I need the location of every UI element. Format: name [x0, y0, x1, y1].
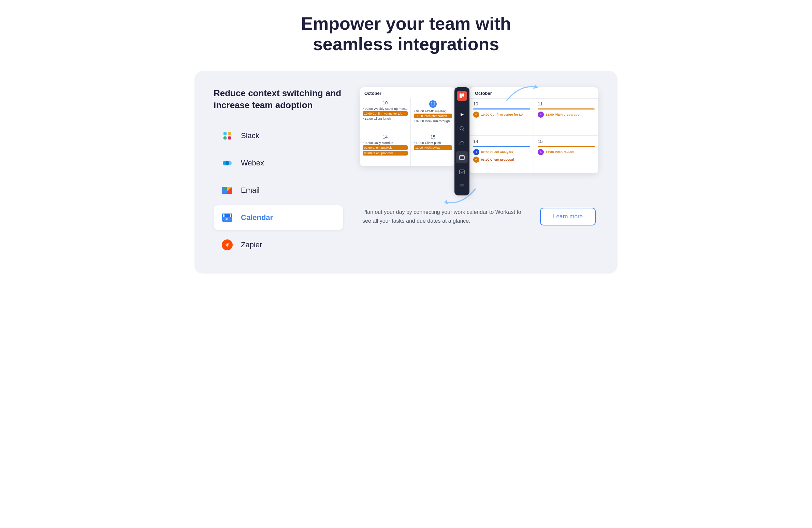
cal2-avatar: J: [473, 149, 479, 155]
cal1-event-tag: 10:00 Confirm venue for LA: [363, 111, 408, 116]
calendar-1: October 10 09:00 Weekly stand-up mee... …: [360, 87, 455, 166]
cal2-day-10: 10 W 10:00 Confirm venue for LA: [469, 98, 534, 136]
cal1-day-num-14: 14: [363, 134, 408, 140]
zapier-icon: ✳: [220, 237, 235, 252]
nav-logo: [457, 91, 467, 101]
cal2-avatar: W: [473, 112, 479, 118]
cal2-event-text: 02:00 Client analysis: [481, 150, 513, 154]
integration-webex[interactable]: Webex: [214, 151, 343, 175]
cal2-day-11: 11 A 11:00 Pitch preparation: [534, 98, 598, 136]
integration-zapier[interactable]: ✳ Zapier: [214, 233, 343, 257]
cal2-event: J 02:00 Client analysis: [473, 149, 530, 155]
integration-webex-label: Webex: [241, 159, 264, 167]
cal1-event-tag: 03:00 Client proposal: [363, 151, 408, 156]
cal2-avatar: A: [538, 149, 544, 155]
cal1-month: October: [360, 87, 455, 98]
integration-slack[interactable]: Slack: [214, 123, 343, 148]
nav-icon-calendar[interactable]: [456, 151, 468, 163]
svg-rect-3: [228, 136, 231, 140]
integration-slack-label: Slack: [241, 131, 259, 140]
email-icon: [220, 183, 235, 198]
nav-icon-home[interactable]: [456, 137, 468, 149]
cal2-grid: 10 W 10:00 Confirm venue for LA 11 A: [469, 98, 598, 173]
cal2-event: A 11:00 Pitch review: [538, 149, 595, 155]
nav-icon-check[interactable]: [456, 165, 468, 178]
bottom-section: Plan out your day by connecting your wor…: [360, 204, 598, 225]
cal1-grid: 10 09:00 Weekly stand-up mee... 10:00 Co…: [360, 98, 455, 166]
cal2-event-text: 03:00 Client proposal: [481, 158, 514, 161]
svg-rect-16: [230, 214, 231, 217]
calendar-2: October 10 W 10:00 Confirm venue for LA …: [469, 87, 598, 173]
cal1-event-tag: 11:00 Pitch preparation: [414, 114, 452, 118]
cal2-event-text: 11:00 Pitch review: [546, 150, 574, 154]
svg-text:✳: ✳: [225, 242, 229, 248]
cal1-event: 09:00 Daily standup: [363, 141, 408, 145]
cal2-day-num-15: 15: [538, 139, 595, 144]
cal2-day-num-14: 14: [473, 139, 530, 144]
calendars-wrapper: October 10 09:00 Weekly stand-up mee... …: [360, 87, 598, 195]
main-card: Reduce context switching and increase te…: [194, 71, 618, 274]
cal2-avatar: W: [473, 157, 479, 163]
svg-rect-28: [460, 170, 464, 174]
svg-point-6: [226, 161, 229, 165]
calendar-icon: 31: [220, 210, 235, 225]
cal1-day-11: 11 09:00 ACME meeting 11:00 Pitch prepar…: [411, 98, 455, 132]
left-title: Reduce context switching and increase te…: [214, 87, 343, 111]
learn-more-button[interactable]: Learn more: [540, 208, 596, 225]
integration-email[interactable]: Email: [214, 178, 343, 203]
cal1-event-tag: 02:00 Client analysis: [363, 145, 408, 150]
page-title: Empower your team with seamless integrat…: [301, 14, 511, 55]
cal2-avatar: A: [538, 112, 544, 118]
cal2-day-14: 14 J 02:00 Client analysis W 03:00 Clien…: [469, 136, 534, 173]
svg-rect-24: [460, 156, 464, 160]
cal2-event: W 10:00 Confirm venue for LA: [473, 112, 530, 118]
cal2-day-num-10: 10: [473, 101, 530, 106]
integration-calendar[interactable]: 31 Calendar: [214, 205, 343, 230]
webex-icon: [220, 156, 235, 171]
cal1-event-tag: 11:00 Pitch review: [414, 145, 452, 150]
cal1-day-num-10: 10: [363, 100, 408, 105]
cal1-event: 10:00 Client pitch: [414, 141, 452, 145]
cal2-event-text: 10:00 Confirm venue for LA: [481, 113, 523, 116]
cal2-event-text: 11:00 Pitch preparation: [546, 113, 581, 116]
svg-rect-0: [223, 132, 227, 135]
integration-calendar-label: Calendar: [241, 213, 273, 222]
right-panel: October 10 09:00 Weekly stand-up mee... …: [360, 87, 598, 225]
cal2-day-15: 15 A 11:00 Pitch review: [534, 136, 598, 173]
nav-icon-search[interactable]: [456, 122, 468, 135]
cal1-event: 09:00 ACME meeting: [414, 109, 452, 113]
cal1-day-15: 15 10:00 Client pitch 11:00 Pitch review: [411, 132, 455, 166]
bottom-description: Plan out your day by connecting your wor…: [362, 208, 526, 225]
cal2-day-num-11: 11: [538, 101, 595, 106]
cal1-event: 09:00 Weekly stand-up mee...: [363, 107, 408, 111]
nav-icon-menu[interactable]: [456, 180, 468, 192]
svg-text:31: 31: [225, 217, 229, 221]
cal1-event: 02:00 Deck run through: [414, 119, 452, 123]
svg-rect-21: [462, 93, 464, 97]
cal1-day-14: 14 09:00 Daily standup 02:00 Client anal…: [360, 132, 411, 166]
svg-line-23: [463, 130, 464, 131]
cal1-day-10: 10 09:00 Weekly stand-up mee... 10:00 Co…: [360, 98, 411, 132]
cal2-month: October: [469, 87, 598, 98]
cal2-event: W 03:00 Client proposal: [473, 157, 530, 163]
cal1-event: 12:00 Client lunch: [363, 117, 408, 120]
cal1-day-num-15: 15: [414, 134, 452, 140]
sidebar-nav: ▶: [454, 87, 469, 195]
left-panel: Reduce context switching and increase te…: [214, 87, 343, 257]
integration-email-label: Email: [241, 186, 260, 195]
nav-icon-chevron[interactable]: ▶: [456, 108, 468, 120]
svg-rect-2: [228, 132, 231, 135]
slack-icon: [220, 128, 235, 143]
svg-rect-15: [223, 214, 224, 217]
cal2-event: A 11:00 Pitch preparation: [538, 112, 595, 118]
integration-zapier-label: Zapier: [241, 240, 262, 249]
cal1-day-num-11: 11: [414, 100, 452, 108]
svg-rect-20: [460, 93, 462, 98]
svg-rect-1: [223, 136, 227, 140]
